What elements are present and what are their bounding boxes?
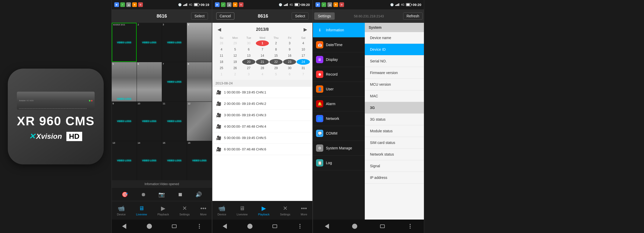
recording-item-2[interactable]: 🎥 2 00:00:00- 09:19:45 CHN:2: [212, 98, 312, 110]
settings-menu-comm[interactable]: 💬 COMM: [313, 126, 365, 141]
cal-day-17[interactable]: 17: [297, 53, 310, 59]
camera-cell-11[interactable]: 11 VIDEO LOSS: [162, 102, 187, 141]
cal-day-14[interactable]: 14: [256, 53, 269, 59]
cal-day-30-prev[interactable]: 30: [242, 40, 255, 46]
settings-menu-sysmanage[interactable]: ⚙ System Manage: [313, 141, 365, 156]
cal-day-16[interactable]: 16: [283, 53, 296, 59]
cal-day-11[interactable]: 11: [215, 53, 228, 59]
recording-item-6[interactable]: 🎥 6 00:00:00- 07:46:48 CHN:6: [212, 144, 312, 155]
cal-day-22[interactable]: 22: [269, 59, 283, 65]
nav-more-liveview[interactable]: ••• More: [198, 204, 209, 217]
settings-menu-user[interactable]: 👤 User: [313, 82, 365, 97]
camera-cell-13[interactable]: 13 VIDEO LOSS: [112, 141, 137, 180]
cal-day-6-next[interactable]: 6: [283, 71, 296, 77]
settings-tab-btn[interactable]: Settings: [314, 12, 335, 20]
ptz-button[interactable]: 🎯: [120, 190, 130, 199]
cal-prev-arrow[interactable]: ◀: [218, 27, 221, 32]
camera-cell-14[interactable]: 14 VIDEO LOSS: [137, 141, 162, 180]
camera-cell-8[interactable]: 8: [187, 62, 212, 101]
home-button-liveview[interactable]: [144, 221, 155, 231]
submenu-ip-address[interactable]: IP address: [365, 172, 424, 184]
cal-day-6[interactable]: 6: [242, 47, 255, 52]
camera-cell-5[interactable]: 5 VIDEO LOSS: [112, 62, 137, 101]
cal-day-30[interactable]: 30: [283, 65, 296, 71]
submenu-module-status[interactable]: Module status: [365, 125, 424, 137]
cal-day-2[interactable]: 2: [269, 40, 283, 46]
submenu-signal[interactable]: Signal: [365, 160, 424, 172]
settings-menu-network[interactable]: 🌐 Network: [313, 111, 365, 126]
home-button-playback[interactable]: [245, 221, 255, 231]
settings-menu-information[interactable]: ℹ Information: [313, 23, 365, 38]
camera-cell-6[interactable]: 6: [137, 62, 162, 101]
select-button-playback[interactable]: Select: [292, 12, 309, 20]
cancel-button-playback[interactable]: Cancel: [216, 12, 234, 20]
back-button-liveview[interactable]: [119, 221, 129, 231]
cal-next-arrow[interactable]: ▶: [304, 27, 307, 32]
submenu-serial-no[interactable]: Serial NO.: [365, 55, 424, 67]
cal-day-18[interactable]: 18: [215, 59, 228, 65]
recording-item-3[interactable]: 🎥 3 00:00:00- 09:19:45 CHN:3: [212, 110, 312, 121]
cal-day-31[interactable]: 31: [297, 65, 310, 71]
cal-day-29-prev[interactable]: 29: [229, 40, 242, 46]
cal-day-1-next[interactable]: 1: [215, 71, 228, 77]
recording-item-5[interactable]: 🎥 5 00:00:00- 09:19:45 CHN:5: [212, 132, 312, 144]
cal-day-8[interactable]: 8: [269, 47, 283, 52]
cal-day-4-next[interactable]: 4: [256, 71, 269, 77]
cal-day-1[interactable]: 1: [256, 40, 269, 46]
cal-day-25[interactable]: 25: [215, 65, 228, 71]
camera-cell-7[interactable]: 7 VIDEO LOSS: [162, 62, 187, 101]
submenu-firmware-version[interactable]: Firmware version: [365, 67, 424, 79]
submenu-mac[interactable]: MAC: [365, 90, 424, 102]
submenu-device-name[interactable]: Device name: [365, 32, 424, 44]
settings-menu-datetime[interactable]: 📅 Date/Time: [313, 38, 365, 52]
cal-day-13[interactable]: 13: [242, 53, 255, 59]
settings-menu-record[interactable]: ⏺ Record: [313, 67, 365, 82]
menu-button-playback[interactable]: [295, 221, 305, 231]
back-button-playback[interactable]: [220, 221, 230, 231]
camera-cell-2[interactable]: 2 VIDEO LOSS: [137, 23, 162, 62]
recording-item-4[interactable]: 🎥 4 00:00:00- 07:46:48 CHN:4: [212, 121, 312, 132]
cal-day-5[interactable]: 5: [229, 47, 242, 52]
submenu-sim-card-status[interactable]: SIM card status: [365, 137, 424, 149]
settings-menu-alarm[interactable]: 🔔 Alarm: [313, 97, 365, 111]
camera-cell-1[interactable]: 4/2/2015 19:21 VIDEO LOSS: [112, 23, 137, 62]
menu-button-liveview[interactable]: [194, 221, 205, 231]
nav-device-liveview[interactable]: 📹 Device: [114, 204, 128, 217]
nav-device-playback[interactable]: 📹 Device: [215, 204, 229, 217]
nav-settings-playback[interactable]: ✕ Settings: [277, 204, 293, 217]
submenu-3g-status[interactable]: 3G status: [365, 114, 424, 125]
recent-button-liveview[interactable]: [169, 221, 179, 231]
stop-button[interactable]: ⏹: [176, 190, 185, 199]
cal-day-4b[interactable]: 4: [215, 47, 228, 52]
settings-menu-log[interactable]: 📋 Log: [313, 156, 365, 170]
cal-day-5-next[interactable]: 5: [269, 71, 283, 77]
nav-settings-liveview[interactable]: ✕ Settings: [177, 204, 192, 217]
nav-liveview-liveview[interactable]: 🖥 Liveview: [134, 204, 150, 217]
recent-button-playback[interactable]: [270, 221, 280, 231]
recording-item-1[interactable]: 🎥 1 00:00:00- 09:19:45 CHN:1: [212, 87, 312, 98]
audio-button[interactable]: 🔊: [194, 190, 203, 199]
camera-cell-16[interactable]: 16 VIDEO LOSS: [187, 141, 212, 180]
cal-day-23[interactable]: 23: [283, 59, 296, 65]
camera-cell-3[interactable]: 3 VIDEO LOSS: [162, 23, 187, 62]
back-button-settings[interactable]: [322, 221, 332, 231]
cal-day-28[interactable]: 28: [256, 65, 269, 71]
cal-day-4[interactable]: 4: [297, 40, 310, 46]
cal-day-28-prev[interactable]: 28: [215, 40, 228, 46]
submenu-mcu-version[interactable]: MCU version: [365, 79, 424, 90]
menu-button-settings[interactable]: [405, 221, 415, 231]
cal-day-29[interactable]: 29: [269, 65, 283, 71]
submenu-device-id[interactable]: Device ID: [365, 44, 424, 55]
settings-menu-display[interactable]: 🖥 Display: [313, 52, 365, 67]
home-button-settings[interactable]: [349, 221, 360, 231]
select-button-liveview[interactable]: Select: [191, 12, 208, 20]
cal-day-19[interactable]: 19: [229, 59, 242, 65]
cal-day-12[interactable]: 12: [229, 53, 242, 59]
camera-cell-12[interactable]: 12: [187, 102, 212, 141]
cal-day-26[interactable]: 26: [229, 65, 242, 71]
cal-day-10[interactable]: 10: [297, 47, 310, 52]
cal-day-7[interactable]: 7: [256, 47, 269, 52]
cal-day-20[interactable]: 20: [242, 59, 255, 65]
cal-day-21[interactable]: 21: [256, 59, 269, 65]
cal-day-27[interactable]: 27: [242, 65, 255, 71]
